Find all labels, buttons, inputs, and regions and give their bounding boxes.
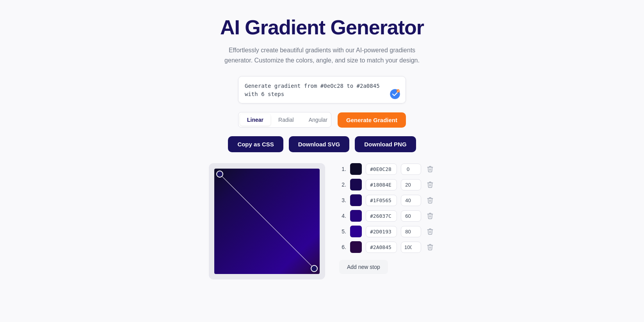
delete-stop-button[interactable] <box>425 164 435 174</box>
type-btn-linear[interactable]: Linear <box>240 114 270 126</box>
color-swatch[interactable] <box>350 179 362 190</box>
color-swatch[interactable] <box>350 194 362 206</box>
download-svg-button[interactable]: Download SVG <box>289 136 350 152</box>
color-swatch[interactable] <box>350 226 362 237</box>
type-btn-angular[interactable]: Angular <box>302 114 331 126</box>
gradient-canvas-wrapper <box>209 163 325 279</box>
action-buttons-row: Copy as CSS Download SVG Download PNG <box>228 136 416 152</box>
stop-row: 2. <box>339 179 435 190</box>
hex-input[interactable] <box>366 226 397 237</box>
position-input[interactable] <box>401 164 421 175</box>
stop-row: 6. <box>339 241 435 253</box>
stop-number: 3. <box>339 197 346 203</box>
position-input[interactable] <box>401 179 421 190</box>
svg-point-2 <box>397 89 400 93</box>
position-input[interactable] <box>401 210 421 222</box>
hex-input[interactable] <box>366 179 397 190</box>
add-stop-button[interactable]: Add new stop <box>339 260 388 274</box>
prompt-container: Generate gradient from #0eOc28 to #2a084… <box>238 76 406 105</box>
hex-input[interactable] <box>366 164 397 175</box>
gradient-svg <box>214 169 320 274</box>
hex-input[interactable] <box>366 210 397 222</box>
stop-number: 1. <box>339 166 346 172</box>
stop-row: 1. <box>339 163 435 175</box>
stop-number: 4. <box>339 213 346 219</box>
ai-icon[interactable] <box>390 89 400 100</box>
stop-number: 2. <box>339 181 346 188</box>
stop-number: 5. <box>339 228 346 235</box>
delete-stop-button[interactable] <box>425 226 435 237</box>
page-title: AI Gradient Generator <box>220 16 424 39</box>
delete-stop-button[interactable] <box>425 211 435 221</box>
position-input[interactable] <box>401 195 421 206</box>
generate-button[interactable]: Generate Gradient <box>338 112 406 128</box>
page-subtitle: Effortlessly create beautiful gradients … <box>221 45 423 65</box>
stop-row: 3. <box>339 194 435 206</box>
gradient-type-selector: Linear Radial Angular <box>238 112 331 128</box>
color-swatch[interactable] <box>350 163 362 175</box>
position-input[interactable] <box>401 226 421 237</box>
delete-stop-button[interactable] <box>425 180 435 190</box>
copy-css-button[interactable]: Copy as CSS <box>228 136 283 152</box>
delete-stop-button[interactable] <box>425 242 435 252</box>
delete-stop-button[interactable] <box>425 195 435 205</box>
stop-number: 6. <box>339 244 346 250</box>
drag-handle-start[interactable] <box>216 171 223 178</box>
gradient-canvas <box>214 169 320 274</box>
stop-row: 5. <box>339 226 435 237</box>
stop-row: 4. <box>339 210 435 222</box>
controls-row: Linear Radial Angular Generate Gradient <box>238 112 406 128</box>
drag-handle-end[interactable] <box>311 265 318 272</box>
hex-input[interactable] <box>366 242 397 253</box>
position-input[interactable] <box>401 242 421 253</box>
prompt-input[interactable]: Generate gradient from #0eOc28 to #2a084… <box>238 76 406 103</box>
color-swatch[interactable] <box>350 241 362 253</box>
hex-input[interactable] <box>366 195 397 206</box>
main-content: 1. 2. 3. <box>209 163 435 279</box>
color-swatch[interactable] <box>350 210 362 222</box>
type-btn-radial[interactable]: Radial <box>271 114 301 126</box>
download-png-button[interactable]: Download PNG <box>355 136 416 152</box>
color-stops-panel: 1. 2. 3. <box>339 163 435 274</box>
